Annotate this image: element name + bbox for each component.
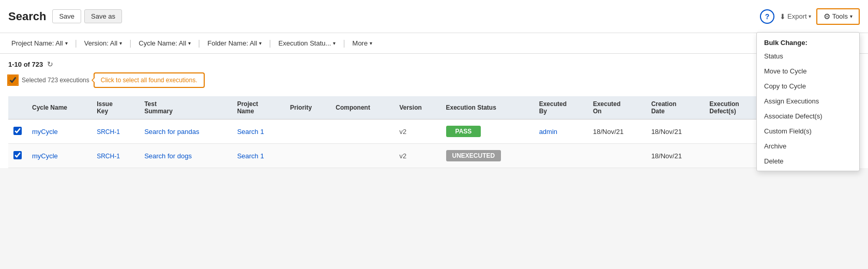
status-badge-unexecuted: UNEXECUTED xyxy=(446,150,501,161)
row-execution-status: UNEXECUTED xyxy=(441,144,534,168)
bulk-change-item-status[interactable]: Status xyxy=(757,49,859,64)
col-checkbox xyxy=(8,96,27,119)
row-executed-on: 18/Nov/21 xyxy=(588,119,646,144)
filter-project-label: Project Name: All xyxy=(11,39,63,47)
col-version: Version xyxy=(394,96,440,119)
col-executed-by: ExecutedBy xyxy=(534,96,588,119)
row-component xyxy=(330,119,394,144)
filter-more-chevron: ▾ xyxy=(370,40,372,46)
col-issue-key: IssueKey xyxy=(92,96,139,119)
header: Search Save Save as ? ⬇ Export ▾ ⚙ Tools… xyxy=(0,0,868,33)
col-executed-on: ExecutedOn xyxy=(588,96,646,119)
bulk-change-item-custom-fields[interactable]: Custom Field(s) xyxy=(757,124,859,139)
table-header: Cycle Name IssueKey TestSummary ProjectN… xyxy=(8,96,860,119)
row-cycle-name[interactable]: myCycle xyxy=(27,144,92,168)
executed-by-link[interactable]: admin xyxy=(539,128,557,136)
bulk-change-item-delete[interactable]: Delete xyxy=(757,154,859,168)
bulk-change-item-associate-defects[interactable]: Associate Defect(s) xyxy=(757,109,859,124)
row-executed-by[interactable] xyxy=(534,144,588,168)
col-execution-defects: ExecutionDefect(s) xyxy=(704,96,761,119)
divider-2: | xyxy=(129,39,131,48)
bulk-change-item-copy-to-cycle[interactable]: Copy to Cycle xyxy=(757,79,859,94)
table-container: 1-10 of 723 ↻ Selected 723 executions Cl… xyxy=(0,54,868,168)
filter-execution-status[interactable]: Execution Statu... ▾ xyxy=(276,37,339,49)
filter-folder-label: Folder Name: All xyxy=(207,39,257,47)
row-version: v2 xyxy=(394,119,440,144)
row-test-summary[interactable]: Search for dogs xyxy=(139,144,232,168)
divider-4: | xyxy=(269,39,271,48)
row-creation-date: 18/Nov/21 xyxy=(646,144,705,168)
col-component: Component xyxy=(330,96,394,119)
bulk-change-item-assign-executions[interactable]: Assign Executions xyxy=(757,94,859,109)
row-issue-key[interactable]: SRCH-1 xyxy=(92,119,139,144)
issue-key-link[interactable]: SRCH-1 xyxy=(97,153,120,160)
project-name-link[interactable]: Search 1 xyxy=(237,128,264,136)
row-priority xyxy=(285,119,330,144)
project-name-link[interactable]: Search 1 xyxy=(237,152,264,160)
filter-cycle-name[interactable]: Cycle Name: All ▾ xyxy=(135,37,194,49)
col-cycle-name: Cycle Name xyxy=(27,96,92,119)
row-checkbox[interactable] xyxy=(13,151,22,159)
table-count: 1-10 of 723 xyxy=(8,61,43,68)
row-cycle-name[interactable]: myCycle xyxy=(27,119,92,144)
selection-info-row: Selected 723 executions Click to select … xyxy=(8,70,860,92)
status-badge-pass: PASS xyxy=(446,126,481,137)
header-right: ? ⬇ Export ▾ ⚙ Tools ▾ xyxy=(760,8,860,25)
row-executed-by[interactable]: admin xyxy=(534,119,588,144)
question-icon: ? xyxy=(765,12,770,21)
page-title: Search xyxy=(8,10,46,23)
save-button[interactable]: Save xyxy=(52,9,81,23)
filter-folder-name[interactable]: Folder Name: All ▾ xyxy=(204,37,265,49)
select-all-checkbox[interactable] xyxy=(8,76,18,85)
bulk-change-item-move-to-cycle[interactable]: Move to Cycle xyxy=(757,64,859,79)
tools-button[interactable]: ⚙ Tools ▾ xyxy=(816,8,860,25)
row-checkbox-cell[interactable] xyxy=(8,119,27,144)
cycle-name-link[interactable]: myCycle xyxy=(32,128,58,136)
test-summary-link[interactable]: Search for dogs xyxy=(144,152,192,160)
col-priority: Priority xyxy=(285,96,330,119)
divider-1: | xyxy=(75,39,77,48)
tools-chevron-icon: ▾ xyxy=(850,13,852,19)
filter-project-name[interactable]: Project Name: All ▾ xyxy=(8,37,71,49)
filter-project-chevron: ▾ xyxy=(65,40,68,46)
filter-cycle-chevron: ▾ xyxy=(188,40,191,46)
help-button[interactable]: ? xyxy=(760,9,774,24)
bulk-change-header: Bulk Change: xyxy=(757,35,859,49)
cycle-name-link[interactable]: myCycle xyxy=(32,152,58,160)
dropdown-items: StatusMove to CycleCopy to CycleAssign E… xyxy=(757,49,859,168)
gear-icon: ⚙ xyxy=(824,12,830,21)
row-component xyxy=(330,144,394,168)
row-project-name[interactable]: Search 1 xyxy=(232,119,285,144)
table-info-row: 1-10 of 723 ↻ xyxy=(8,60,860,68)
filter-more[interactable]: More ▾ xyxy=(349,37,376,49)
bulk-change-dropdown: Bulk Change: StatusMove to CycleCopy to … xyxy=(756,32,860,168)
selected-count-label: Selected 723 executions xyxy=(22,77,89,84)
filter-execution-chevron: ▾ xyxy=(333,40,336,46)
filter-cycle-label: Cycle Name: All xyxy=(139,39,186,47)
col-execution-status: Execution Status xyxy=(441,96,534,119)
export-down-icon: ⬇ xyxy=(780,12,786,21)
row-version: v2 xyxy=(394,144,440,168)
export-chevron-icon: ▾ xyxy=(809,13,811,19)
filter-version-label: Version: All xyxy=(84,39,117,47)
row-checkbox-cell[interactable] xyxy=(8,144,27,168)
divider-3: | xyxy=(198,39,200,48)
filter-folder-chevron: ▾ xyxy=(259,40,262,46)
row-execution-defects xyxy=(704,144,761,168)
row-execution-defects xyxy=(704,119,761,144)
col-test-summary: TestSummary xyxy=(139,96,232,119)
row-issue-key[interactable]: SRCH-1 xyxy=(92,144,139,168)
row-project-name[interactable]: Search 1 xyxy=(232,144,285,168)
test-summary-link[interactable]: Search for pandas xyxy=(144,128,199,136)
bulk-change-item-archive[interactable]: Archive xyxy=(757,139,859,154)
issue-key-link[interactable]: SRCH-1 xyxy=(97,128,120,136)
refresh-icon[interactable]: ↻ xyxy=(47,60,53,68)
save-as-button[interactable]: Save as xyxy=(84,9,122,23)
select-all-tooltip[interactable]: Click to select all found executions. xyxy=(94,72,205,88)
row-checkbox[interactable] xyxy=(13,127,22,135)
export-button[interactable]: ⬇ Export ▾ xyxy=(780,12,811,21)
divider-5: | xyxy=(343,39,345,48)
row-test-summary[interactable]: Search for pandas xyxy=(139,119,232,144)
filter-version[interactable]: Version: All ▾ xyxy=(81,37,125,49)
filter-bar: Project Name: All ▾ | Version: All ▾ | C… xyxy=(0,33,868,54)
